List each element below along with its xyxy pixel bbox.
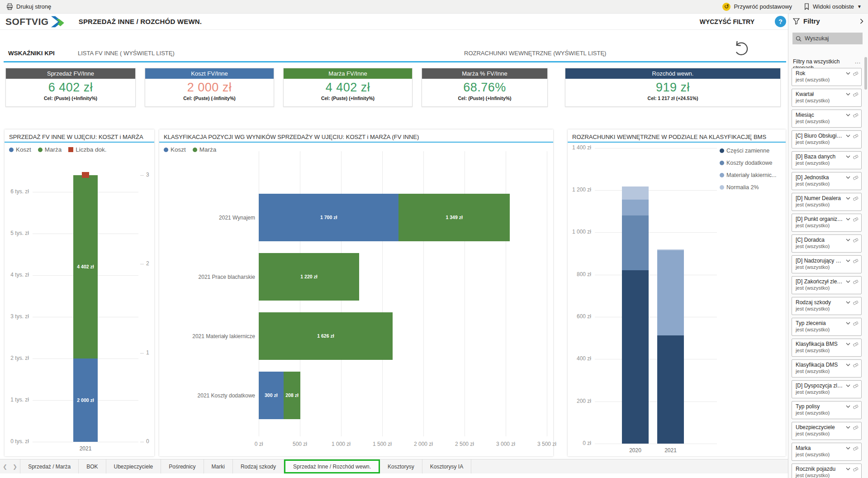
chevron-down-icon[interactable]: [846, 239, 850, 241]
page-tab[interactable]: BOK: [79, 459, 106, 473]
page-tab[interactable]: Sprzedaż / Marża: [20, 459, 79, 473]
restore-default-button[interactable]: ↺ Przywróć podstawowy: [722, 3, 792, 11]
filter-card[interactable]: Typ zleceniajest (wszystko): [792, 318, 862, 336]
bar-segment[interactable]: [657, 249, 684, 250]
filter-card[interactable]: [C] Doradcajest (wszystko): [792, 234, 862, 253]
bar-segment[interactable]: 208 zł: [284, 372, 301, 419]
bar-segment[interactable]: [657, 250, 684, 335]
bar-segment[interactable]: [657, 335, 684, 444]
chevron-down-icon[interactable]: [846, 405, 850, 408]
help-button[interactable]: ?: [775, 16, 786, 27]
filter-card[interactable]: Klasyfikacja DMSjest (wszystko): [792, 359, 862, 378]
print-page-button[interactable]: Drukuj stronę: [6, 3, 51, 10]
page-nav-prev-icon[interactable]: ❮: [0, 459, 10, 473]
filter-card[interactable]: Rodzaj szkodyjest (wszystko): [792, 297, 862, 315]
chevron-down-icon[interactable]: [846, 155, 850, 158]
clear-filter-eraser-icon[interactable]: [853, 175, 859, 180]
chevron-down-icon[interactable]: [846, 363, 850, 366]
clear-filter-eraser-icon[interactable]: [853, 446, 859, 451]
chevron-down-icon[interactable]: [846, 343, 850, 345]
page-tab[interactable]: Kosztorysy: [380, 459, 422, 473]
bar-segment[interactable]: [622, 215, 649, 270]
chevron-down-icon[interactable]: [846, 114, 850, 116]
filter-card[interactable]: Markajest (wszystko): [792, 443, 862, 461]
page-tab[interactable]: Ubezpieczyciele: [106, 459, 161, 473]
clear-filter-eraser-icon[interactable]: [853, 363, 859, 368]
filter-card[interactable]: [C] Biuro Obsługi Klie...jest (wszystko): [792, 130, 862, 148]
page-nav-next-icon[interactable]: ❯: [10, 459, 20, 473]
chevron-down-icon[interactable]: [846, 93, 850, 96]
chevron-down-icon[interactable]: [846, 384, 850, 387]
filter-card[interactable]: Rocznik pojazdujest (wszystko): [792, 464, 862, 478]
chevron-down-icon[interactable]: [846, 301, 850, 304]
clear-filter-eraser-icon[interactable]: [853, 321, 859, 326]
filter-card[interactable]: [D] Zakończył zleceniejest (wszystko): [792, 276, 862, 294]
filter-pane-scrollbar[interactable]: [864, 57, 867, 90]
bar-segment[interactable]: [622, 270, 649, 444]
chevron-down-icon[interactable]: [846, 426, 850, 429]
clear-filter-eraser-icon[interactable]: [853, 217, 859, 222]
chevron-down-icon[interactable]: [846, 134, 850, 137]
marker-liczba-dok[interactable]: [82, 172, 89, 178]
chevron-down-icon[interactable]: [846, 280, 850, 283]
page-tab[interactable]: Kosztorysy IA: [422, 459, 471, 473]
clear-filter-eraser-icon[interactable]: [853, 134, 859, 139]
filter-card[interactable]: Ubezpieczycielejest (wszystko): [792, 422, 862, 440]
filter-card[interactable]: Klasyfikacja BMSjest (wszystko): [792, 339, 862, 357]
tab-lista-fv-inne[interactable]: LISTA FV INNE ( WYŚWIETL LISTĘ): [78, 50, 175, 57]
page-tab[interactable]: Rodzaj szkody: [233, 459, 284, 473]
clear-filter-eraser-icon[interactable]: [853, 467, 859, 472]
chevron-down-icon[interactable]: [846, 218, 850, 220]
clear-filter-eraser-icon[interactable]: [853, 404, 859, 409]
clear-filter-eraser-icon[interactable]: [853, 154, 859, 159]
chevron-down-icon[interactable]: [846, 176, 850, 179]
clear-filter-eraser-icon[interactable]: [853, 113, 859, 118]
clear-filter-eraser-icon[interactable]: [853, 300, 859, 305]
chevron-down-icon[interactable]: [846, 322, 850, 325]
filter-card[interactable]: [D] Punkt organizacyjnyjest (wszystko): [792, 214, 862, 232]
chevron-down-icon[interactable]: [846, 468, 850, 470]
filter-card[interactable]: Typ polisyjest (wszystko): [792, 401, 862, 419]
undo-button[interactable]: [731, 39, 750, 58]
clear-filter-eraser-icon[interactable]: [853, 238, 859, 243]
filter-card[interactable]: Miesiącjest (wszystko): [792, 110, 862, 128]
clear-filter-eraser-icon[interactable]: [853, 196, 859, 201]
filter-search-input[interactable]: [805, 35, 859, 42]
bar-segment[interactable]: [622, 200, 649, 215]
bar-segment[interactable]: 1 349 zł: [398, 194, 510, 241]
filter-card[interactable]: Kwartałjest (wszystko): [792, 89, 862, 107]
filter-card[interactable]: [D] Nadzorujący zlece...jest (wszystko): [792, 255, 862, 273]
filter-card[interactable]: [D] Numer Dealerajest (wszystko): [792, 193, 862, 211]
page-tab-active[interactable]: Sprzedaż Inne / Rozchód wewn.: [284, 459, 380, 473]
tab-rozrachunki-wewnetrzne[interactable]: ROZRACHUNKI WEWNĘTRZNE (WYŚWIETL LISTĘ): [464, 50, 606, 57]
clear-filter-eraser-icon[interactable]: [853, 258, 859, 263]
bar-segment[interactable]: [622, 186, 649, 200]
clear-filter-eraser-icon[interactable]: [853, 92, 859, 97]
filter-card[interactable]: [D] Jednostkajest (wszystko): [792, 172, 862, 190]
clear-filter-eraser-icon[interactable]: [853, 71, 859, 76]
filter-card[interactable]: Rokjest (wszystko): [792, 68, 862, 86]
clear-filter-eraser-icon[interactable]: [853, 342, 859, 347]
bar-segment[interactable]: 4 402 zł: [73, 175, 98, 358]
page-tab[interactable]: Marki: [204, 459, 233, 473]
bar-segment[interactable]: 300 zł: [259, 372, 284, 419]
personal-views-button[interactable]: Widoki osobiste ▼: [804, 3, 862, 10]
chevron-down-icon[interactable]: [846, 72, 850, 75]
bar-segment[interactable]: 2 000 zł: [73, 358, 98, 442]
collapse-pane-icon[interactable]: [860, 19, 863, 24]
bar-segment[interactable]: 1 700 zł: [259, 194, 398, 241]
bar-segment[interactable]: 1 220 zł: [259, 253, 359, 301]
tab-wskazniki-kpi[interactable]: WSKAŹNIKI KPI: [8, 50, 55, 57]
bar-segment[interactable]: 1 626 zł: [259, 312, 393, 360]
page-tab[interactable]: Pośrednicy: [161, 459, 204, 473]
clear-filter-eraser-icon[interactable]: [853, 425, 859, 430]
clear-filter-eraser-icon[interactable]: [853, 279, 859, 284]
chevron-down-icon[interactable]: [846, 259, 850, 262]
filter-card[interactable]: [D] Dyspozycja zleceniajest (wszystko): [792, 380, 862, 398]
filter-search-box[interactable]: [792, 33, 863, 44]
clear-filters-button[interactable]: WYCZYŚĆ FILTRY: [700, 18, 754, 25]
clear-filter-eraser-icon[interactable]: [853, 383, 859, 388]
chevron-down-icon[interactable]: [846, 197, 850, 200]
filter-card[interactable]: [D] Baza danychjest (wszystko): [792, 151, 862, 169]
chevron-down-icon[interactable]: [846, 447, 850, 449]
